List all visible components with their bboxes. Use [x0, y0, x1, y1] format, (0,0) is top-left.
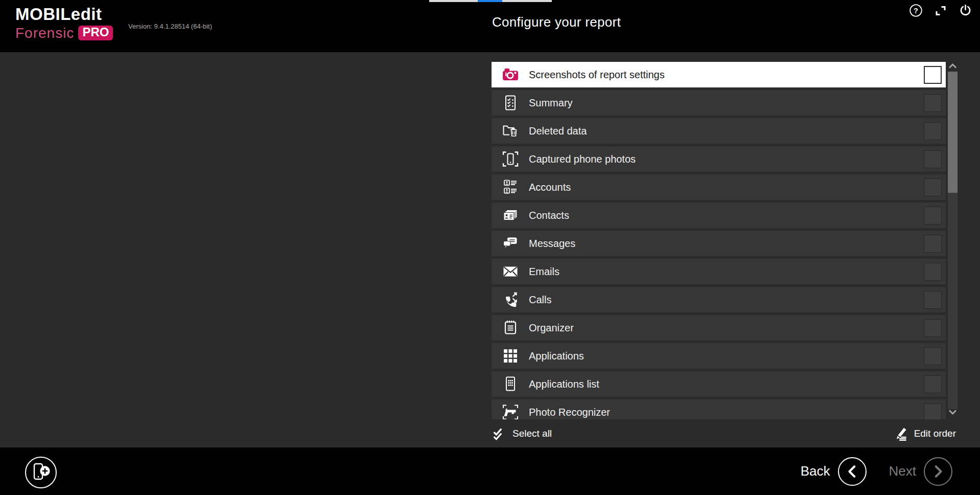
edit-pencil-icon [893, 425, 908, 442]
report-item-checkbox[interactable] [924, 122, 942, 140]
accounts-icon [501, 178, 520, 196]
chevron-up-icon [948, 62, 958, 70]
deleted-data-icon [501, 122, 520, 140]
report-item-icon-slot [501, 94, 521, 112]
report-item-label: Captured phone photos [529, 153, 636, 165]
edit-order-label: Edit order [914, 428, 956, 439]
logo-name: MOBILedit [15, 6, 113, 22]
power-icon [959, 4, 972, 17]
add-phone-icon [28, 460, 54, 485]
report-item-row[interactable]: Messages [492, 231, 946, 256]
top-edge-strip-accent [478, 0, 502, 2]
captured-phone-icon [501, 150, 520, 168]
edit-order-button[interactable]: Edit order [893, 425, 956, 442]
page-title: Configure your report [492, 14, 621, 30]
report-item-checkbox[interactable] [924, 66, 942, 84]
logo-product: Forensic [15, 26, 74, 40]
footer-bar: Back Next [0, 447, 980, 495]
logo-pro-badge: PRO [78, 26, 113, 40]
scrollbar[interactable] [948, 62, 958, 418]
add-device-button[interactable] [25, 457, 57, 488]
content-area: Screenshots of report settings Summary D… [0, 52, 980, 447]
report-item-row[interactable]: Accounts [492, 174, 946, 200]
report-item-label: Screenshots of report settings [529, 69, 665, 81]
report-item-icon-slot [501, 403, 521, 419]
report-item-row[interactable]: Deleted data [492, 118, 946, 144]
report-items-list: Screenshots of report settings Summary D… [492, 62, 946, 419]
applications-grid-icon [501, 347, 520, 365]
report-item-checkbox[interactable] [924, 347, 942, 365]
report-item-checkbox[interactable] [924, 207, 942, 224]
report-item-checkbox[interactable] [924, 403, 942, 420]
report-item-icon-slot [501, 347, 521, 365]
report-item-label: Contacts [529, 210, 569, 221]
report-item-icon-slot [501, 262, 521, 281]
report-item-icon-slot [501, 150, 521, 168]
scrollbar-thumb[interactable] [948, 72, 958, 193]
help-icon: ? [909, 4, 923, 17]
top-edge-strip [429, 0, 552, 2]
report-item-checkbox[interactable] [924, 235, 942, 253]
app-logo: MOBILedit Forensic PRO [15, 6, 113, 40]
report-item-checkbox[interactable] [924, 150, 942, 168]
chevron-left-icon [839, 457, 866, 486]
back-button[interactable] [838, 457, 867, 486]
double-check-icon [492, 425, 507, 442]
report-item-label: Accounts [529, 182, 571, 193]
wizard-navigation: Back Next [801, 447, 952, 495]
snap-window-button[interactable] [934, 4, 947, 17]
photo-recognizer-icon [501, 403, 520, 419]
report-item-icon-slot [501, 319, 521, 337]
report-item-checkbox[interactable] [924, 375, 942, 393]
report-item-row[interactable]: Contacts [492, 202, 946, 228]
snap-corners-icon [934, 4, 947, 17]
version-label: Version: 9.4.1.28514 (64-bit) [128, 22, 212, 30]
list-actions-bar: Select all Edit order [492, 420, 956, 446]
report-item-icon-slot [501, 65, 521, 84]
report-item-row[interactable]: Photo Recognizer [492, 399, 946, 419]
report-item-checkbox[interactable] [924, 178, 942, 196]
scroll-up-button[interactable] [948, 62, 958, 72]
report-item-label: Calls [529, 294, 551, 306]
report-item-row[interactable]: Screenshots of report settings [492, 62, 946, 87]
report-item-row[interactable]: Emails [492, 259, 946, 284]
report-item-label: Emails [529, 266, 559, 278]
back-label[interactable]: Back [801, 463, 830, 479]
report-item-row[interactable]: Captured phone photos [492, 146, 946, 172]
chevron-down-icon [948, 408, 958, 416]
titlebar: MOBILedit Forensic PRO Version: 9.4.1.28… [0, 0, 980, 52]
next-button[interactable] [924, 457, 952, 486]
titlebar-icons: ? [909, 4, 972, 17]
svg-text:?: ? [914, 7, 918, 15]
select-all-button[interactable]: Select all [492, 425, 552, 442]
report-item-label: Deleted data [529, 125, 587, 137]
report-item-row[interactable]: Applications [492, 343, 946, 369]
calls-icon [501, 290, 520, 309]
chevron-right-icon [925, 457, 951, 486]
help-button[interactable]: ? [909, 4, 923, 17]
contacts-icon [501, 206, 520, 224]
scrollbar-track[interactable] [948, 72, 958, 409]
report-item-row[interactable]: Organizer [492, 315, 946, 341]
report-item-icon-slot [501, 375, 521, 393]
select-all-label: Select all [512, 428, 552, 439]
scroll-down-button[interactable] [948, 408, 958, 418]
next-label[interactable]: Next [889, 463, 916, 479]
report-item-label: Messages [529, 238, 575, 250]
applications-list-icon [501, 375, 520, 393]
report-item-row[interactable]: Applications list [492, 371, 946, 397]
report-item-checkbox[interactable] [924, 94, 942, 112]
power-button[interactable] [959, 4, 972, 17]
report-item-checkbox[interactable] [924, 263, 942, 281]
report-item-label: Photo Recognizer [529, 407, 610, 418]
report-item-icon-slot [501, 234, 521, 253]
report-item-label: Organizer [529, 322, 574, 334]
summary-document-icon [501, 94, 520, 112]
organizer-icon [501, 319, 520, 337]
report-item-checkbox[interactable] [924, 291, 942, 309]
report-item-checkbox[interactable] [924, 319, 942, 337]
report-item-row[interactable]: Calls [492, 287, 946, 312]
report-item-icon-slot [501, 290, 521, 309]
report-item-row[interactable]: Summary [492, 90, 946, 116]
camera-icon [501, 65, 520, 84]
